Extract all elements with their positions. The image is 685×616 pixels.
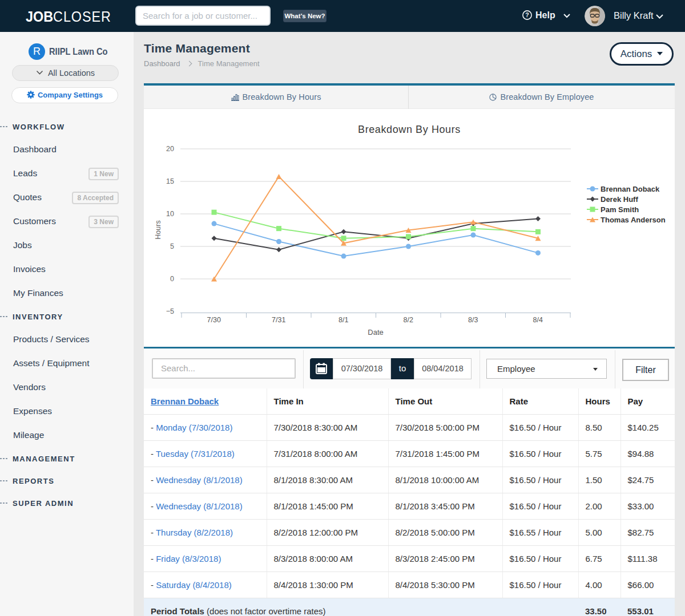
- svg-text:7/30: 7/30: [207, 316, 221, 324]
- svg-text:Thomas Anderson: Thomas Anderson: [601, 216, 666, 224]
- svg-text:0: 0: [170, 275, 174, 283]
- svg-text:Date: Date: [368, 328, 383, 337]
- svg-text:10: 10: [166, 210, 174, 218]
- svg-text:Pam Smith: Pam Smith: [601, 205, 639, 214]
- svg-text:−5: −5: [166, 307, 174, 315]
- svg-text:?: ?: [525, 11, 529, 18]
- svg-text:Breakdown By Hours: Breakdown By Hours: [358, 124, 461, 135]
- svg-text:8/3: 8/3: [468, 316, 478, 324]
- svg-text:5: 5: [170, 242, 174, 250]
- svg-text:8/4: 8/4: [533, 316, 543, 324]
- svg-text:Derek Huff: Derek Huff: [601, 195, 638, 204]
- svg-text:Brennan Doback: Brennan Doback: [601, 185, 660, 193]
- svg-text:20: 20: [166, 145, 174, 153]
- svg-text:8/2: 8/2: [404, 316, 413, 324]
- svg-text:7/31: 7/31: [272, 316, 285, 324]
- svg-text:15: 15: [166, 177, 174, 185]
- svg-text:8/1: 8/1: [339, 316, 348, 324]
- svg-text:Hours: Hours: [154, 220, 162, 239]
